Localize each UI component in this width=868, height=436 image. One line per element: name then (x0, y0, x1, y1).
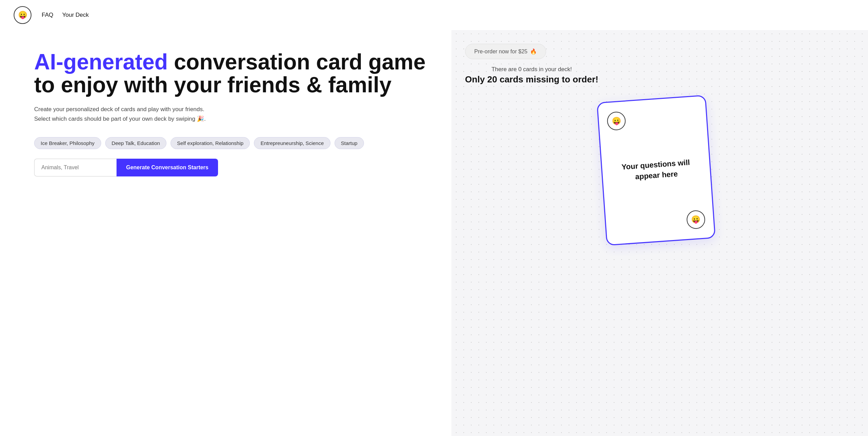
preorder-button[interactable]: Pre-order now for $25 🔥 (465, 44, 546, 59)
nav: FAQ Your Deck (42, 12, 89, 18)
hero-subtitle: Create your personalized deck of cards a… (34, 105, 212, 123)
deck-status-line1: There are 0 cards in your deck! (465, 66, 598, 73)
deck-status: There are 0 cards in your deck! Only 20 … (465, 66, 598, 85)
generate-button[interactable]: Generate Conversation Starters (117, 159, 218, 176)
card-container: 😛 Your questions will appear here 😛 (597, 95, 716, 246)
preorder-label: Pre-order now for $25 (474, 49, 528, 55)
nav-faq-link[interactable]: FAQ (42, 12, 53, 18)
tag-chip-1[interactable]: Deep Talk, Education (105, 137, 166, 149)
tag-chip-4[interactable]: Startup (335, 137, 364, 149)
header: 😛 FAQ Your Deck (0, 0, 868, 30)
hero-title: AI-generated conversation card game to e… (34, 51, 431, 96)
right-section: Pre-order now for $25 🔥 There are 0 card… (451, 30, 868, 436)
tag-chip-3[interactable]: Entrepreuneurship, Science (254, 137, 330, 149)
deck-status-line2: Only 20 cards missing to order! (465, 74, 598, 85)
tags-container: Ice Breaker, Philosophy Deep Talk, Educa… (34, 137, 431, 149)
tag-chip-2[interactable]: Self exploration, Relationship (171, 137, 250, 149)
topic-input[interactable] (34, 159, 117, 176)
tag-chip-0[interactable]: Ice Breaker, Philosophy (34, 137, 101, 149)
input-row: Generate Conversation Starters (34, 159, 212, 176)
preorder-emoji: 🔥 (530, 48, 537, 55)
conversation-card: 😛 Your questions will appear here 😛 (597, 95, 716, 246)
main-container: AI-generated conversation card game to e… (0, 30, 868, 436)
hero-section: AI-generated conversation card game to e… (0, 30, 451, 436)
card-logo-bottom: 😛 (686, 210, 706, 229)
logo-icon[interactable]: 😛 (14, 6, 31, 24)
hero-title-highlight: AI-generated (34, 50, 168, 74)
card-question-text: Your questions will appear here (610, 157, 703, 184)
nav-deck-link[interactable]: Your Deck (62, 12, 89, 18)
card-logo-top: 😛 (607, 111, 626, 131)
